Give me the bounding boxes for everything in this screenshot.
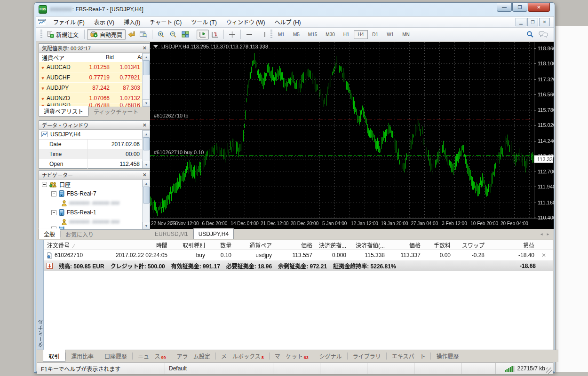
terminal-tab-1[interactable]: 運用比率	[66, 350, 99, 362]
scroll-right-icon[interactable]: ►	[546, 232, 550, 236]
new-order-button[interactable]: 新規注文	[44, 29, 82, 40]
close-position-icon[interactable]: ✕	[538, 252, 550, 258]
menu-item-0[interactable]: ファイル (F)	[48, 16, 89, 27]
chart-tab-0[interactable]: EURUSD,M1	[150, 229, 193, 239]
horizontal-line-button[interactable]	[243, 30, 255, 39]
timeframe-d1-button[interactable]: D1	[368, 30, 382, 39]
column-header-7[interactable]: 決済指値(...	[350, 241, 388, 249]
chart-shift-button[interactable]	[197, 30, 209, 39]
terminal-tab-8[interactable]: ライブラリ	[348, 350, 386, 362]
scrollbar-thumb[interactable]	[143, 137, 150, 150]
timeframe-mn-button[interactable]: MN	[398, 30, 414, 39]
menu-item-5[interactable]: ウィンドウ (W)	[222, 16, 270, 27]
menu-item-1[interactable]: 表示 (V)	[89, 16, 119, 27]
timeframe-m1-button[interactable]: M1	[274, 30, 289, 39]
restore-button[interactable]: ❐	[512, 3, 527, 12]
terminal-tab-6[interactable]: マーケット63	[270, 350, 314, 362]
navigator-header[interactable]: ナビゲーター ✕	[39, 171, 150, 180]
timeframe-h1-button[interactable]: H1	[339, 30, 354, 39]
search-icon[interactable]	[526, 31, 534, 38]
menu-item-6[interactable]: ヘルプ (H)	[270, 16, 306, 27]
tab-market-watch-1[interactable]: ティックチャート	[89, 106, 143, 117]
scroll-up-icon[interactable]: ▲	[143, 53, 150, 61]
scroll-up-icon[interactable]: ▲	[143, 130, 150, 138]
column-header-6[interactable]: 決済逆指...	[316, 241, 350, 249]
vertical-line-button[interactable]	[261, 30, 269, 39]
scrollbar-thumb[interactable]	[143, 187, 150, 204]
menu-item-3[interactable]: チャート (C)	[145, 16, 186, 27]
data-window-symbol-row[interactable]: USDJPY,H4	[39, 130, 150, 140]
nav-node-login[interactable]: #######: ###### ###	[39, 217, 143, 227]
column-header-2[interactable]: 取引種別	[171, 241, 208, 249]
order-row[interactable]: 6102627102017.02.22 02:24:05buy0.10usdjp…	[44, 250, 553, 261]
terminal-tab-9[interactable]: エキスパート	[387, 350, 431, 362]
close-icon[interactable]: ✕	[143, 123, 147, 127]
collapse-icon[interactable]	[51, 191, 56, 196]
scroll-up-icon[interactable]: ▲	[143, 180, 150, 187]
navigator-scrollbar[interactable]: ▲ ▼	[142, 180, 150, 229]
timeframe-h4-button[interactable]: H4	[354, 30, 368, 39]
nav-node-server[interactable]: FBS-Real-7	[39, 189, 143, 198]
scroll-down-icon[interactable]: ▼	[143, 99, 150, 107]
price-chart-canvas[interactable]	[150, 42, 554, 229]
market-watch-row[interactable]: AUDCAD1.012581.01341	[39, 62, 143, 72]
tab-navigator-0[interactable]: 全般	[39, 228, 60, 239]
tab-navigator-1[interactable]: お気に入り	[61, 229, 98, 239]
terminal-tab-2[interactable]: 口座履歴	[99, 350, 132, 362]
terminal-tab-0[interactable]: 取引	[43, 350, 65, 362]
scroll-left-icon[interactable]: ◄	[540, 232, 543, 236]
column-symbol[interactable]: 通貨ペア	[39, 54, 84, 62]
terminal-tab-5[interactable]: メールボックス8	[216, 350, 269, 362]
tile-windows-button[interactable]	[179, 30, 191, 39]
column-header-5[interactable]: 価格	[275, 241, 316, 249]
column-header-11[interactable]: 損益	[488, 241, 538, 249]
crosshair-button[interactable]	[226, 30, 238, 39]
zoom-out-button[interactable]	[167, 30, 179, 39]
column-header-9[interactable]: 手数料	[424, 241, 454, 249]
terminal-side-tab[interactable]: ターミナル	[37, 240, 44, 350]
timeframe-m5-button[interactable]: M5	[289, 30, 304, 39]
column-header-0[interactable]: 注文番号∕	[44, 241, 96, 249]
market-watch-header[interactable]: 気配値表示: 00:32:17 ✕	[39, 44, 150, 53]
chart-tab-1[interactable]: USDJPY,H4	[193, 228, 234, 239]
nav-node-server[interactable]: FBS-Real-1	[39, 208, 143, 217]
mdi-close-button[interactable]: ✕	[539, 18, 550, 26]
menu-item-4[interactable]: ツール (T)	[186, 16, 222, 27]
data-window-scrollbar[interactable]: ▲ ▼	[142, 130, 150, 168]
column-header-4[interactable]: 通貨ペア	[235, 241, 275, 249]
collapse-icon[interactable]	[51, 210, 56, 215]
timeframe-m15-button[interactable]: M15	[304, 30, 321, 39]
scrollbar-thumb[interactable]	[143, 60, 150, 75]
auto-scroll-button[interactable]	[209, 30, 221, 39]
nav-node-login[interactable]: #######: ###### ###	[39, 198, 143, 208]
column-header-1[interactable]: 時間	[96, 241, 171, 249]
market-watch-row[interactable]: AUDNZD1.070661.07132	[39, 93, 143, 103]
new-chart-button[interactable]	[126, 30, 137, 39]
terminal-tab-3[interactable]: ニュース99	[133, 350, 171, 362]
resize-grip[interactable]	[546, 368, 552, 374]
mdi-minimize-button[interactable]: ▁	[516, 18, 526, 26]
title-bar[interactable]: FBS ####### : FBS-Real-7 - [USDJPY,H4] —…	[34, 3, 555, 16]
chat-icon[interactable]	[539, 31, 548, 38]
profiles-button[interactable]	[137, 30, 150, 39]
timeframe-w1-button[interactable]: W1	[382, 30, 398, 39]
timeframe-m30-button[interactable]: M30	[321, 30, 339, 39]
close-icon[interactable]: ✕	[143, 46, 147, 50]
orders-table-header[interactable]: 注文番号∕時間取引種別数量通貨ペア価格決済逆指...決済指値(...価格手数料ス…	[44, 240, 553, 250]
market-watch-scrollbar[interactable]: ▲ ▼	[142, 53, 150, 107]
terminal-tab-7[interactable]: シグナル	[314, 350, 347, 362]
zoom-in-button[interactable]	[155, 30, 167, 39]
collapse-icon[interactable]	[42, 182, 47, 187]
close-button[interactable]: ✕	[528, 3, 550, 12]
market-watch-column-header[interactable]: 通貨ペア Bid Ask	[39, 53, 150, 63]
minimize-button[interactable]: —	[497, 3, 512, 12]
data-window-header[interactable]: データ・ウィンドウ ✕	[39, 121, 150, 130]
terminal-tab-4[interactable]: アラーム設定	[171, 350, 215, 362]
market-watch-row[interactable]: AUDCHF0.777190.77921	[39, 72, 143, 83]
status-profile[interactable]: Default	[165, 363, 273, 374]
terminal-tab-10[interactable]: 操作履歴	[431, 350, 464, 362]
menu-item-2[interactable]: 挿入(I)	[119, 16, 145, 27]
scroll-down-icon[interactable]: ▼	[143, 161, 150, 168]
nav-node-accounts[interactable]: 口座	[39, 180, 143, 189]
market-watch-row[interactable]: AUDJPY87.24287.303	[39, 83, 143, 93]
